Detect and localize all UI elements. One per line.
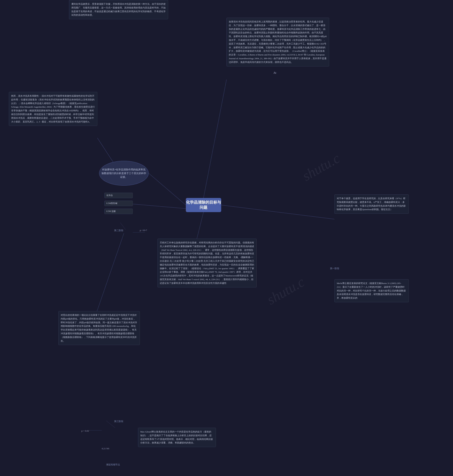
stat-alkaline: 0.5M阳性碱 (104, 201, 133, 206)
center-middle-large-text: 尽然对工作单位急救的研究存在困难，对研究结果的分析仍存在不可置疑的问题。但搜索的… (160, 241, 254, 284)
left-large-node: 然而，清水冲洗具有局限性：·清水冲洗对于可能带有刺激性或腐蚀性的化学试剂不起作用… (9, 92, 97, 126)
central-node-label: 化学品清除的目标与问题 (186, 200, 221, 210)
svg-line-6 (221, 205, 334, 219)
connections-svg (0, 0, 453, 476)
left-large-text: 然而，清水冲洗具有局限性：·清水冲洗对于可能带有刺激性或腐蚀性的化学试剂不起作用… (11, 95, 95, 123)
watermark-2: shutu.c (300, 150, 343, 184)
svg-line-3 (124, 203, 186, 209)
bottom-center-text: Max Gérard博士发表的论文文章的一个内容是化学品热的处方（最初的知识），… (140, 430, 213, 444)
right-merle-node: Merle博士最近发表的研究论文（链接至文献Burns 31 (2005) 20… (334, 279, 409, 302)
ns-value: 0.21 NS (102, 447, 109, 450)
stat-acid-label: 0.5M 盐酸 (106, 210, 116, 213)
bottom-point-label: 潮近性细节点 (106, 463, 120, 466)
bottom-center-node: Max Gérard博士发表的论文文章的一个内容是化学品热的处方（最初的知识），… (138, 428, 216, 447)
right-small-node: 对于单个烧烫，也使用于学生造研究的，以及在研究来看（97%）研究除观察高烧烫比较… (334, 194, 409, 214)
stat-chemical: 化学品 (104, 193, 133, 198)
svg-line-4 (120, 223, 126, 230)
top-right-large-node: 遭到化学品烧烫后，受害者须脱下衣服，尽快用清水冲洗是清除的第一种方法。由于清水的… (69, 0, 168, 19)
mind-map-container: shutu. shutu.c shutu.c 化学品清除的目标与问题 遭到化学品… (0, 0, 453, 476)
svg-line-9 (106, 421, 115, 428)
stat-acid: 0.5M 盐酸 (104, 209, 133, 214)
center-left-oval[interactable]: 对放雾特灵≠化学品清除作用的临床和实验数据现行的分析是基于三个层次的科学证据。 (99, 161, 149, 186)
third-level-label: 第三阶段 (114, 420, 123, 423)
right-small-text: 对于单个烧烫，也使用于学生造研究的，以及在研究来看（97%）研究除观察高烧烫比较… (337, 197, 406, 211)
center-left-oval-text: 对放雾特灵≠化学品清除作用的临床和实验数据现行的分析是基于三个层次的科学证据。 (101, 168, 147, 179)
p-value-1: p <10-7 (140, 229, 147, 232)
central-node[interactable]: 化学品清除的目标与问题 (186, 198, 221, 212)
top-right-medium-text: 改善清水冲洗包括找到其他没有上述局限的液液，以提高救治受害者的结局。最大化减少后… (229, 20, 327, 63)
bottom-left-large-node: 对照出的结果倒的一项比比分别展量了在初时冲洗成近近中洗情况下冲洗对内部pH值的变… (58, 311, 140, 345)
stat-chemical-label: 化学品 (106, 194, 113, 197)
stat-alkaline-label: 0.5M阳性碱 (106, 202, 117, 205)
p-value-2: p < 0.02 (81, 429, 89, 432)
bottom-left-large-text: 对照出的结果倒的一项比比分别展量了在初时冲洗成近近中洗情况下冲洗对内部pH值的变… (61, 314, 137, 342)
top-right-medium-node: 改善清水冲洗包括找到其他没有上述局限的液液，以提高救治受害者的结局。最大化减少后… (226, 18, 329, 66)
first-level-label: 第一阶段 (330, 267, 339, 270)
svg-line-1 (149, 173, 186, 205)
at-label: At (273, 71, 276, 74)
right-merle-text: Merle博士最近发表的研究论文（链接至文献Burns 31 (2005) 20… (337, 282, 406, 299)
center-middle-large-node: 尽然对工作单位急救的研究存在困难，对研究结果的分析仍存在不可置疑的问题。但搜索的… (157, 239, 257, 287)
watermark-3: shutu.c (264, 274, 307, 308)
second-level-label: 第二阶段 (114, 229, 123, 232)
top-right-large-text: 遭到化学品烧烫后，受害者须脱下衣服，尽快用清水冲洗是清除的第一种方法。由于清水的… (71, 3, 166, 16)
svg-line-0 (204, 80, 226, 198)
